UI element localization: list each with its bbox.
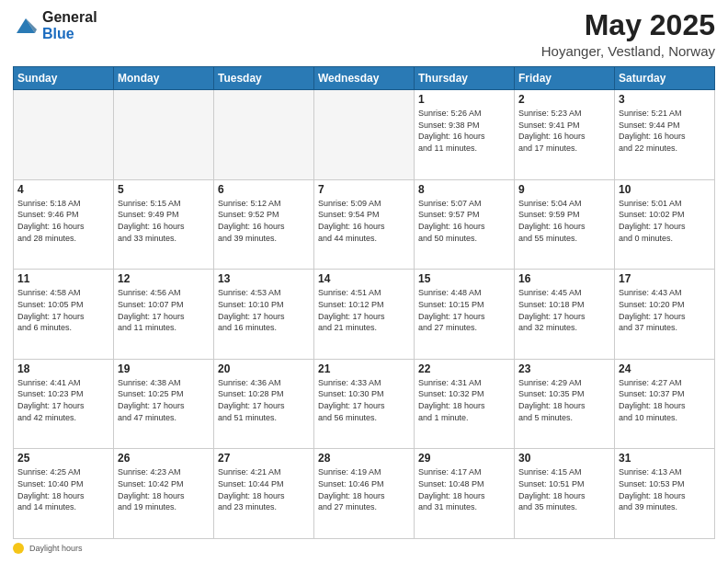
weekday-header-friday: Friday (515, 67, 615, 90)
weekday-header-sunday: Sunday (14, 67, 114, 90)
day-info: Sunrise: 4:43 AM Sunset: 10:20 PM Daylig… (619, 287, 711, 333)
day-info: Sunrise: 4:48 AM Sunset: 10:15 PM Daylig… (418, 287, 510, 333)
day-info: Sunrise: 4:29 AM Sunset: 10:35 PM Daylig… (518, 377, 610, 423)
day-number: 3 (619, 93, 711, 106)
day-number: 7 (318, 183, 410, 196)
calendar-cell: 27Sunrise: 4:21 AM Sunset: 10:44 PM Dayl… (214, 449, 314, 539)
day-info: Sunrise: 4:27 AM Sunset: 10:37 PM Daylig… (619, 377, 711, 423)
calendar-cell: 14Sunrise: 4:51 AM Sunset: 10:12 PM Dayl… (314, 270, 415, 360)
day-info: Sunrise: 5:12 AM Sunset: 9:52 PM Dayligh… (218, 198, 310, 244)
logo-icon (13, 13, 39, 39)
calendar-cell: 13Sunrise: 4:53 AM Sunset: 10:10 PM Dayl… (214, 270, 314, 360)
day-info: Sunrise: 4:51 AM Sunset: 10:12 PM Daylig… (318, 287, 410, 333)
week-row-4: 25Sunrise: 4:25 AM Sunset: 10:40 PM Dayl… (14, 449, 715, 539)
day-number: 5 (118, 183, 210, 196)
day-info: Sunrise: 4:36 AM Sunset: 10:28 PM Daylig… (218, 377, 310, 423)
day-info: Sunrise: 4:19 AM Sunset: 10:46 PM Daylig… (318, 466, 410, 512)
calendar-cell: 25Sunrise: 4:25 AM Sunset: 10:40 PM Dayl… (14, 449, 114, 539)
day-number: 23 (518, 362, 610, 375)
calendar-table: SundayMondayTuesdayWednesdayThursdayFrid… (13, 66, 715, 539)
day-info: Sunrise: 5:23 AM Sunset: 9:41 PM Dayligh… (518, 108, 610, 154)
calendar-cell: 7Sunrise: 5:09 AM Sunset: 9:54 PM Daylig… (314, 179, 415, 270)
weekday-header-row: SundayMondayTuesdayWednesdayThursdayFrid… (14, 67, 715, 90)
calendar-cell: 19Sunrise: 4:38 AM Sunset: 10:25 PM Dayl… (114, 359, 214, 449)
day-number: 26 (118, 452, 210, 465)
logo-general-text: General (42, 9, 97, 26)
day-number: 30 (518, 452, 610, 465)
day-info: Sunrise: 4:15 AM Sunset: 10:51 PM Daylig… (518, 466, 610, 512)
day-number: 1 (418, 93, 510, 106)
day-info: Sunrise: 4:41 AM Sunset: 10:23 PM Daylig… (17, 377, 109, 423)
day-info: Sunrise: 5:15 AM Sunset: 9:49 PM Dayligh… (118, 198, 210, 244)
calendar-cell: 12Sunrise: 4:56 AM Sunset: 10:07 PM Dayl… (114, 270, 214, 360)
calendar-cell: 17Sunrise: 4:43 AM Sunset: 10:20 PM Dayl… (615, 270, 715, 360)
day-info: Sunrise: 4:21 AM Sunset: 10:44 PM Daylig… (218, 466, 310, 512)
day-number: 8 (418, 183, 510, 196)
day-info: Sunrise: 5:21 AM Sunset: 9:44 PM Dayligh… (619, 108, 711, 154)
day-info: Sunrise: 5:01 AM Sunset: 10:02 PM Daylig… (619, 198, 711, 244)
day-number: 16 (518, 272, 610, 285)
week-row-3: 18Sunrise: 4:41 AM Sunset: 10:23 PM Dayl… (14, 359, 715, 449)
day-number: 31 (619, 452, 711, 465)
calendar-cell: 22Sunrise: 4:31 AM Sunset: 10:32 PM Dayl… (415, 359, 515, 449)
page: General Blue May 2025 Hoyanger, Vestland… (0, 0, 728, 563)
day-info: Sunrise: 4:23 AM Sunset: 10:42 PM Daylig… (118, 466, 210, 512)
weekday-header-tuesday: Tuesday (214, 67, 314, 90)
calendar-cell (114, 90, 214, 180)
calendar-cell: 11Sunrise: 4:58 AM Sunset: 10:05 PM Dayl… (14, 270, 114, 360)
calendar-cell: 18Sunrise: 4:41 AM Sunset: 10:23 PM Dayl… (14, 359, 114, 449)
daylight-label: Daylight hours (29, 544, 83, 553)
day-number: 15 (418, 272, 510, 285)
day-number: 17 (619, 272, 711, 285)
calendar-cell: 23Sunrise: 4:29 AM Sunset: 10:35 PM Dayl… (515, 359, 615, 449)
main-title: May 2025 (541, 9, 715, 41)
calendar-cell: 16Sunrise: 4:45 AM Sunset: 10:18 PM Dayl… (515, 270, 615, 360)
weekday-header-monday: Monday (114, 67, 214, 90)
day-info: Sunrise: 5:07 AM Sunset: 9:57 PM Dayligh… (418, 198, 510, 244)
week-row-1: 4Sunrise: 5:18 AM Sunset: 9:46 PM Daylig… (14, 179, 715, 270)
calendar-cell: 2Sunrise: 5:23 AM Sunset: 9:41 PM Daylig… (515, 90, 615, 180)
calendar-cell (214, 90, 314, 180)
day-info: Sunrise: 5:09 AM Sunset: 9:54 PM Dayligh… (318, 198, 410, 244)
day-number: 25 (17, 452, 109, 465)
footer-note: Daylight hours (13, 543, 715, 554)
calendar-cell (314, 90, 415, 180)
day-info: Sunrise: 4:45 AM Sunset: 10:18 PM Daylig… (518, 287, 610, 333)
day-number: 9 (518, 183, 610, 196)
day-number: 4 (17, 183, 109, 196)
weekday-header-saturday: Saturday (615, 67, 715, 90)
day-info: Sunrise: 4:38 AM Sunset: 10:25 PM Daylig… (118, 377, 210, 423)
day-number: 27 (218, 452, 310, 465)
day-number: 29 (418, 452, 510, 465)
calendar-cell: 5Sunrise: 5:15 AM Sunset: 9:49 PM Daylig… (114, 179, 214, 270)
week-row-2: 11Sunrise: 4:58 AM Sunset: 10:05 PM Dayl… (14, 270, 715, 360)
calendar-cell: 24Sunrise: 4:27 AM Sunset: 10:37 PM Dayl… (615, 359, 715, 449)
calendar-cell: 6Sunrise: 5:12 AM Sunset: 9:52 PM Daylig… (214, 179, 314, 270)
day-number: 12 (118, 272, 210, 285)
day-number: 19 (118, 362, 210, 375)
calendar-cell: 9Sunrise: 5:04 AM Sunset: 9:59 PM Daylig… (515, 179, 615, 270)
day-info: Sunrise: 5:04 AM Sunset: 9:59 PM Dayligh… (518, 198, 610, 244)
day-info: Sunrise: 5:26 AM Sunset: 9:38 PM Dayligh… (418, 108, 510, 154)
day-number: 11 (17, 272, 109, 285)
day-number: 22 (418, 362, 510, 375)
calendar-cell: 31Sunrise: 4:13 AM Sunset: 10:53 PM Dayl… (615, 449, 715, 539)
calendar-cell: 28Sunrise: 4:19 AM Sunset: 10:46 PM Dayl… (314, 449, 415, 539)
day-info: Sunrise: 4:25 AM Sunset: 10:40 PM Daylig… (17, 466, 109, 512)
day-number: 24 (619, 362, 711, 375)
day-info: Sunrise: 4:33 AM Sunset: 10:30 PM Daylig… (318, 377, 410, 423)
calendar-cell (14, 90, 114, 180)
header: General Blue May 2025 Hoyanger, Vestland… (13, 9, 715, 59)
logo-blue-text: Blue (42, 26, 97, 42)
day-number: 6 (218, 183, 310, 196)
calendar-cell: 30Sunrise: 4:15 AM Sunset: 10:51 PM Dayl… (515, 449, 615, 539)
calendar-cell: 3Sunrise: 5:21 AM Sunset: 9:44 PM Daylig… (615, 90, 715, 180)
day-number: 2 (518, 93, 610, 106)
logo: General Blue (13, 9, 97, 41)
day-number: 20 (218, 362, 310, 375)
day-number: 10 (619, 183, 711, 196)
logo-text: General Blue (42, 9, 97, 41)
title-block: May 2025 Hoyanger, Vestland, Norway (541, 9, 715, 59)
sun-icon (13, 543, 24, 554)
subtitle: Hoyanger, Vestland, Norway (541, 43, 715, 59)
